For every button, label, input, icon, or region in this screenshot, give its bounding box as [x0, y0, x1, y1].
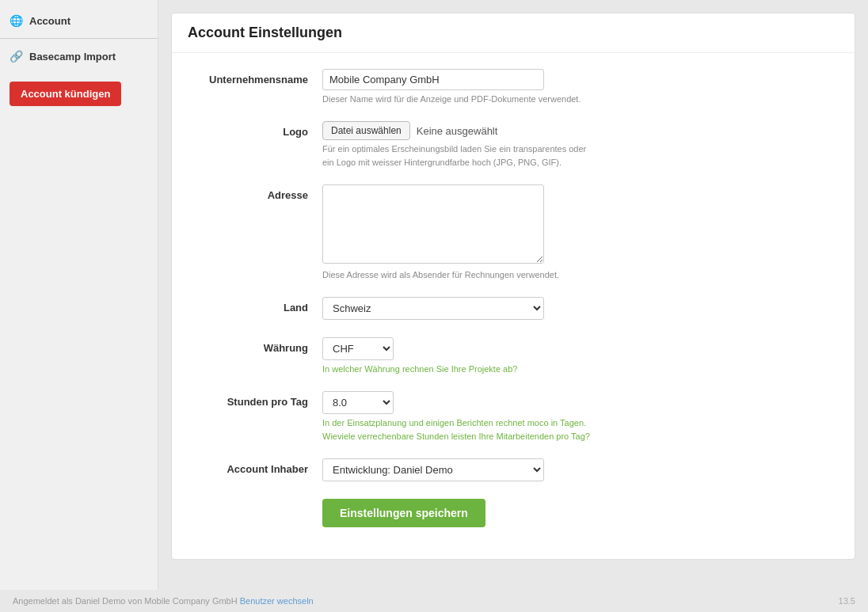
card-header: Account Einstellungen — [172, 13, 855, 53]
address-textarea[interactable] — [322, 184, 544, 264]
sidebar-item-basecamp-label: Basecamp Import — [29, 51, 116, 63]
currency-group: Währung CHF EUR USD GBP In welcher Währu… — [196, 337, 831, 374]
sidebar-divider — [0, 38, 158, 39]
logo-field: Datei auswählen Keine ausgewählt Für ein… — [322, 121, 831, 167]
country-group: Land Schweiz Deutschland Österreich — [196, 297, 831, 320]
address-label: Adresse — [196, 184, 322, 201]
currency-field: CHF EUR USD GBP In welcher Währung rechn… — [322, 337, 831, 374]
owner-field: Entwicklung: Daniel Demo — [322, 458, 831, 481]
hours-hint1: In der Einsatzplanung und einigen Berich… — [322, 418, 831, 428]
file-choose-button[interactable]: Datei auswählen — [322, 121, 410, 140]
company-name-label: Unternehmensname — [196, 69, 322, 86]
hours-label: Stunden pro Tag — [196, 391, 322, 408]
footer-text-prefix: Angemeldet als Daniel Demo von Mobile Co… — [13, 596, 238, 606]
company-name-field: Dieser Name wird für die Anzeige und PDF… — [322, 69, 831, 104]
cancel-account-button[interactable]: Account kündigen — [10, 82, 121, 106]
company-name-input[interactable] — [322, 69, 544, 90]
page-title: Account Einstellungen — [188, 25, 839, 41]
address-hint: Diese Adresse wird als Absender für Rech… — [322, 270, 831, 279]
logo-hint1: Für ein optimales Erscheinungsbild laden… — [322, 144, 831, 154]
currency-select[interactable]: CHF EUR USD GBP — [322, 337, 394, 360]
hours-group: Stunden pro Tag 4.0 6.0 7.0 7.5 8.0 9.0 … — [196, 391, 831, 441]
save-btn-row: Einstellungen speichern — [196, 499, 831, 527]
sidebar-item-account-label: Account — [29, 15, 70, 27]
sidebar: 🌐 Account 🔗 Basecamp Import Account künd… — [0, 0, 158, 590]
company-name-group: Unternehmensname Dieser Name wird für di… — [196, 69, 831, 104]
hours-select[interactable]: 4.0 6.0 7.0 7.5 8.0 9.0 10.0 — [322, 391, 394, 414]
currency-label: Währung — [196, 337, 322, 354]
file-upload-row: Datei auswählen Keine ausgewählt — [322, 121, 831, 140]
file-none-label: Keine ausgewählt — [417, 125, 498, 137]
logo-label: Logo — [196, 121, 322, 138]
switch-user-link[interactable]: Benutzer wechseln — [240, 596, 314, 606]
address-field: Diese Adresse wird als Absender für Rech… — [322, 184, 831, 279]
country-select[interactable]: Schweiz Deutschland Österreich — [322, 297, 544, 320]
save-button[interactable]: Einstellungen speichern — [322, 499, 485, 527]
globe-icon: 🌐 — [10, 14, 23, 27]
footer-text: Angemeldet als Daniel Demo von Mobile Co… — [13, 596, 314, 606]
save-btn-offset: Einstellungen speichern — [322, 499, 485, 527]
sidebar-item-basecamp[interactable]: 🔗 Basecamp Import — [0, 44, 158, 69]
currency-hint: In welcher Währung rechnen Sie Ihre Proj… — [322, 364, 831, 374]
logo-group: Logo Datei auswählen Keine ausgewählt Fü… — [196, 121, 831, 167]
owner-select[interactable]: Entwicklung: Daniel Demo — [322, 458, 544, 481]
main-content: Account Einstellungen Unternehmensname D… — [158, 0, 868, 590]
owner-label: Account Inhaber — [196, 458, 322, 475]
card-body: Unternehmensname Dieser Name wird für di… — [172, 53, 855, 559]
country-label: Land — [196, 297, 322, 314]
sidebar-item-account[interactable]: 🌐 Account — [0, 8, 158, 33]
footer-version: 13.5 — [839, 596, 855, 606]
logo-hint2: ein Logo mit weisser Hintergrundfarbe ho… — [322, 158, 831, 167]
link-icon: 🔗 — [10, 50, 23, 63]
address-group: Adresse Diese Adresse wird als Absender … — [196, 184, 831, 279]
country-field: Schweiz Deutschland Österreich — [322, 297, 831, 320]
company-name-hint: Dieser Name wird für die Anzeige und PDF… — [322, 94, 831, 104]
footer: Angemeldet als Daniel Demo von Mobile Co… — [0, 590, 868, 612]
hours-field: 4.0 6.0 7.0 7.5 8.0 9.0 10.0 In der Eins… — [322, 391, 831, 441]
hours-hint2: Wieviele verrechenbare Stunden leisten I… — [322, 431, 831, 441]
settings-card: Account Einstellungen Unternehmensname D… — [171, 13, 855, 560]
owner-group: Account Inhaber Entwicklung: Daniel Demo — [196, 458, 831, 481]
